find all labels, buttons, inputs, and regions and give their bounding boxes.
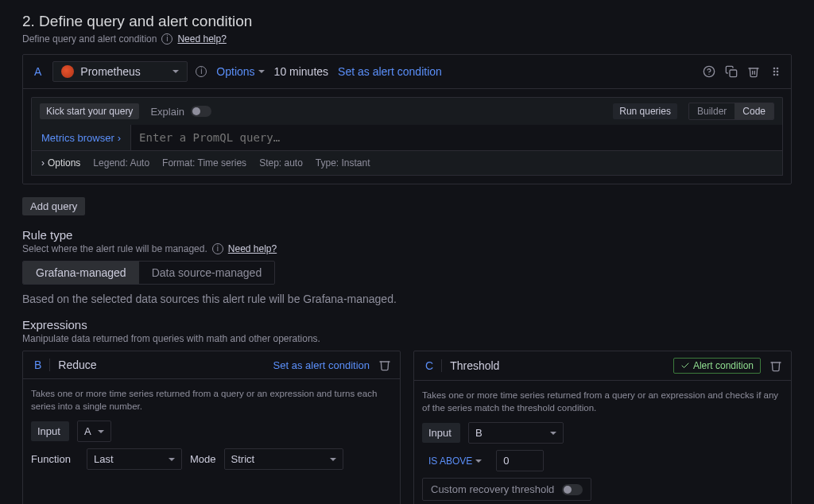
rule-type-sub: Select where the alert rule will be mana… [22, 243, 792, 254]
rule-type-ds[interactable]: Data source-managed [139, 262, 275, 284]
svg-point-8 [777, 74, 777, 75]
chevron-right-icon: › [41, 157, 45, 169]
svg-rect-2 [730, 70, 737, 77]
reduce-desc: Takes one or more time series returned f… [31, 387, 392, 413]
alert-condition-badge: Alert condition [673, 358, 761, 374]
trash-icon[interactable] [769, 359, 783, 373]
reduce-card: B Reduce Set as alert condition Takes on… [22, 351, 401, 504]
threshold-card: C Threshold Alert condition Takes one or… [413, 351, 792, 504]
svg-point-5 [773, 74, 774, 75]
expressions-label: Expressions [22, 318, 792, 331]
threshold-input-label: Input [422, 423, 460, 443]
info-icon[interactable]: i [196, 66, 207, 77]
chevron-down-icon [172, 70, 179, 73]
format-value: Format: Time series [162, 157, 246, 169]
chevron-down-icon [475, 459, 482, 463]
query-header: A Prometheus i Options 10 minutes Set as… [23, 55, 791, 89]
section-subtitle: Define query and alert condition [22, 33, 157, 45]
query-options-link[interactable]: Options [216, 65, 264, 78]
type-value: Type: Instant [316, 157, 370, 169]
legend-value: Legend: Auto [93, 157, 149, 169]
reduce-set-condition[interactable]: Set as alert condition [273, 359, 370, 371]
drag-handle-icon[interactable] [769, 64, 783, 79]
chevron-down-icon [98, 430, 104, 433]
add-query-button[interactable]: Add query [22, 197, 85, 215]
recovery-threshold-row: Custom recovery threshold [422, 478, 591, 501]
threshold-operator[interactable]: IS ABOVE [422, 452, 488, 471]
section-title: 2. Define query and alert condition [22, 13, 792, 30]
chevron-down-icon [330, 458, 336, 461]
threshold-title: Threshold [450, 359, 499, 372]
reduce-function-select[interactable]: Last [87, 448, 182, 470]
explain-label: Explain [150, 106, 184, 118]
reduce-title: Reduce [58, 359, 96, 371]
trash-icon[interactable] [746, 64, 761, 79]
section-subtitle-row: Define query and alert condition i Need … [22, 33, 792, 45]
rule-type-segment: Grafana-managed Data source-managed [22, 261, 275, 285]
reduce-mode-select[interactable]: Strict [224, 448, 343, 470]
recovery-threshold-toggle[interactable] [562, 484, 583, 495]
editor-mode-segment: Builder Code [688, 103, 774, 120]
trash-icon[interactable] [378, 358, 392, 372]
chevron-down-icon [169, 458, 175, 461]
svg-point-4 [773, 71, 774, 72]
rule-type-grafana[interactable]: Grafana-managed [23, 262, 139, 284]
run-queries-button[interactable]: Run queries [613, 103, 677, 119]
help-link[interactable]: Need help? [177, 33, 226, 45]
expressions-sub: Manipulate data returned from queries wi… [22, 333, 792, 344]
rule-type-label: Rule type [22, 228, 792, 242]
threshold-ref[interactable]: C [422, 359, 442, 372]
info-icon: i [161, 33, 172, 45]
chevron-down-icon [550, 432, 556, 435]
chevron-down-icon [258, 70, 265, 73]
code-tab[interactable]: Code [735, 103, 773, 119]
help-icon[interactable] [702, 64, 716, 79]
reduce-input-label: Input [31, 421, 69, 441]
kickstart-button[interactable]: Kick start your query [40, 103, 139, 119]
help-link[interactable]: Need help? [228, 243, 277, 254]
query-options-row[interactable]: ›Options Legend: Auto Format: Time serie… [31, 151, 783, 176]
datasource-name: Prometheus [80, 65, 140, 78]
reduce-input-select[interactable]: A [77, 421, 111, 442]
rule-type-note: Based on the selected data sources this … [22, 293, 792, 305]
threshold-input-select[interactable]: B [468, 422, 564, 444]
threshold-value-input[interactable] [496, 450, 544, 471]
set-alert-condition-link[interactable]: Set as alert condition [338, 65, 442, 78]
step-value: Step: auto [259, 157, 303, 169]
svg-point-3 [773, 68, 774, 68]
svg-point-7 [777, 71, 777, 72]
explain-toggle[interactable] [191, 106, 211, 117]
query-editor-row: Metrics browser › [31, 125, 783, 151]
builder-tab[interactable]: Builder [689, 103, 735, 119]
reduce-function-label: Function [31, 449, 79, 469]
query-toolbar: Kick start your query Explain Run querie… [31, 97, 783, 125]
reduce-mode-label: Mode [190, 449, 216, 469]
reduce-ref[interactable]: B [31, 359, 50, 371]
threshold-desc: Takes one or more time series returned f… [422, 389, 783, 414]
datasource-select[interactable]: Prometheus [52, 61, 188, 82]
svg-point-6 [777, 68, 777, 68]
prometheus-icon [61, 65, 74, 78]
query-ref-badge[interactable]: A [31, 65, 45, 78]
promql-input[interactable] [130, 125, 782, 150]
copy-icon[interactable] [724, 64, 738, 79]
query-panel: A Prometheus i Options 10 minutes Set as… [22, 54, 792, 184]
chevron-right-icon: › [118, 132, 121, 144]
info-icon: i [212, 243, 223, 254]
recovery-threshold-label: Custom recovery threshold [431, 483, 554, 495]
query-interval: 10 minutes [274, 65, 328, 78]
metrics-browser-link[interactable]: Metrics browser › [32, 125, 130, 150]
